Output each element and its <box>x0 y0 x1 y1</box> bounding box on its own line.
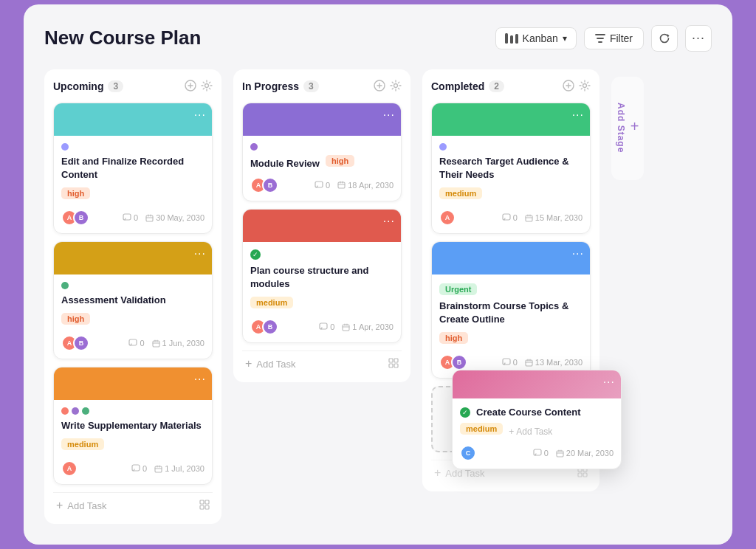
add-task-inline[interactable]: + Add Task <box>509 427 552 437</box>
card-meta: 0 15 Mar, 2030 <box>502 213 583 222</box>
card-menu-button[interactable]: ··· <box>194 373 206 385</box>
svg-rect-8 <box>153 341 159 347</box>
settings-icon[interactable] <box>390 80 402 94</box>
svg-rect-19 <box>320 323 327 329</box>
card-body: Write Supplementary Materials medium A 0 <box>54 400 212 484</box>
svg-rect-28 <box>526 215 532 221</box>
svg-rect-12 <box>205 500 209 504</box>
card-avatars: A B <box>61 210 89 226</box>
plus-icon: + <box>245 357 252 370</box>
card-menu-button[interactable]: ··· <box>572 109 584 121</box>
add-column-icon[interactable] <box>185 80 196 94</box>
card-body: Research Target Audience & Their Needs m… <box>432 136 590 233</box>
task-card-plan-course[interactable]: ··· ✓ Plan course structure and modules … <box>242 209 402 343</box>
column-actions-in-progress <box>374 80 402 94</box>
card-title: Edit and Finalize Recorded Content <box>61 155 205 182</box>
svg-point-26 <box>583 83 587 87</box>
card-menu-button[interactable]: ··· <box>194 248 206 260</box>
svg-rect-35 <box>534 449 541 455</box>
task-card-module-review[interactable]: ··· Module Review high A B <box>242 103 402 201</box>
comment-count: 0 <box>533 449 549 458</box>
settings-icon[interactable] <box>579 80 591 94</box>
card-body: ✓ Plan course structure and modules medi… <box>243 242 401 342</box>
card-menu-button[interactable]: ··· <box>383 109 395 121</box>
add-task-left: + Add Task <box>56 499 107 512</box>
add-task-upcoming[interactable]: + Add Task <box>53 492 213 514</box>
card-footer: C 0 20 Mar, 2030 <box>460 445 614 461</box>
svg-rect-20 <box>343 325 349 331</box>
svg-point-16 <box>394 83 398 87</box>
add-task-label: Add Task <box>67 500 106 511</box>
column-title-in-progress: In Progress 3 <box>242 80 319 92</box>
avatar: B <box>73 335 89 351</box>
view-toggle-button[interactable]: Kanban ▾ <box>495 27 577 49</box>
plus-icon: + <box>56 499 63 512</box>
card-status-dot <box>61 143 69 151</box>
card-body: Assessment Validation high A B 0 <box>54 274 212 359</box>
refresh-icon <box>659 32 670 44</box>
card-body: Edit and Finalize Recorded Content high … <box>54 136 212 233</box>
card-avatars: A B <box>250 319 278 335</box>
add-column-icon[interactable] <box>563 80 574 94</box>
add-task-in-progress[interactable]: + Add Task <box>242 351 402 372</box>
card-menu-button[interactable]: ··· <box>572 248 584 260</box>
svg-rect-17 <box>315 182 323 187</box>
dot-red <box>61 407 69 415</box>
comment-count: 0 <box>502 358 518 367</box>
svg-rect-24 <box>394 364 398 367</box>
svg-rect-36 <box>557 451 563 457</box>
view-label: Kanban <box>523 32 558 44</box>
filter-button[interactable]: Filter <box>584 27 644 49</box>
page-header: New Course Plan Kanban ▾ Filter <box>44 25 712 52</box>
avatar: B <box>262 319 278 335</box>
card-body: ✓ Create Course Content medium + Add Tas… <box>453 398 621 469</box>
task-card-research-audience[interactable]: ··· Research Target Audience & Their Nee… <box>431 103 591 234</box>
avatar: B <box>451 354 467 370</box>
add-stage-button[interactable]: + Add Stage <box>611 77 644 180</box>
card-title: Write Supplementary Materials <box>61 419 205 432</box>
task-card-edit-finalize[interactable]: ··· Edit and Finalize Recorded Content h… <box>53 103 213 234</box>
svg-rect-29 <box>503 359 510 365</box>
card-menu-button[interactable]: ··· <box>603 376 615 388</box>
card-title-row: Module Review high <box>250 155 394 173</box>
svg-rect-14 <box>205 505 209 509</box>
card-status-dot <box>439 143 447 151</box>
kanban-board: Upcoming 3 ··· <box>44 69 712 525</box>
column-count-in-progress: 3 <box>303 80 319 92</box>
refresh-button[interactable] <box>651 25 678 52</box>
avatar: A <box>439 210 456 226</box>
card-color-bar: ··· <box>243 210 401 242</box>
settings-icon[interactable] <box>201 80 213 94</box>
add-column-icon[interactable] <box>374 80 385 94</box>
column-header-in-progress: In Progress 3 <box>242 80 402 94</box>
svg-rect-13 <box>200 505 204 509</box>
card-menu-button[interactable]: ··· <box>194 109 206 121</box>
check-icon: ✓ <box>460 407 470 418</box>
dot-green <box>82 407 89 415</box>
task-card-assessment[interactable]: ··· Assessment Validation high A B <box>53 241 213 359</box>
badge-add-row: medium + Add Task <box>460 423 614 441</box>
check-row: ✓ Create Course Content <box>460 406 614 419</box>
card-color-bar: ··· <box>432 103 590 136</box>
card-title: Assessment Validation <box>61 294 205 307</box>
card-footer: A 0 1 Jul, 2030 <box>61 460 205 477</box>
check-dot-row: ✓ <box>250 249 394 260</box>
more-options-button[interactable]: ··· <box>685 25 712 52</box>
task-card-brainstorm[interactable]: ··· Urgent Brainstorm Course Topics & Cr… <box>431 241 591 379</box>
priority-badge: medium <box>460 423 503 435</box>
svg-rect-27 <box>503 214 510 220</box>
comment-count: 0 <box>502 213 518 222</box>
card-footer: A B 0 13 Mar, 2030 <box>439 354 583 370</box>
priority-badge: high <box>439 332 468 344</box>
card-title: Module Review <box>250 157 320 170</box>
app-container: New Course Plan Kanban ▾ Filter <box>24 4 732 545</box>
column-title-upcoming: Upcoming 3 <box>53 80 123 92</box>
card-menu-button[interactable]: ··· <box>383 215 395 227</box>
svg-rect-7 <box>129 339 137 345</box>
task-grid-icon <box>199 500 210 512</box>
card-footer: A 0 15 Mar, 2030 <box>439 210 583 226</box>
task-card-supplementary[interactable]: ··· Write Supplementary Materials medium… <box>53 367 213 485</box>
priority-badge: medium <box>250 297 293 308</box>
comment-count: 0 <box>131 464 147 473</box>
column-upcoming: Upcoming 3 ··· <box>44 69 221 525</box>
